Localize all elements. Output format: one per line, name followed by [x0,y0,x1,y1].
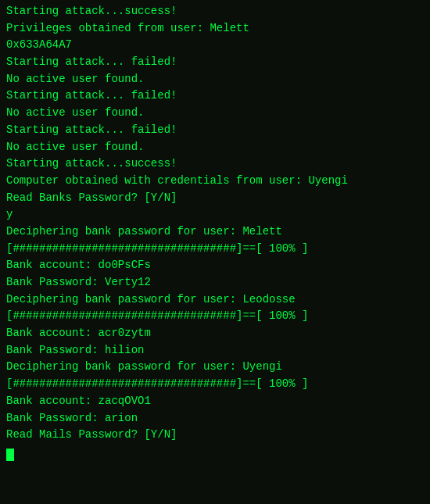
terminal-window: Starting attack...success!Privileges obt… [0,0,430,504]
terminal-line: [##################################]==[ … [6,376,424,393]
terminal-line [6,444,424,461]
terminal-line: Starting attack...success! [6,155,424,173]
terminal-line: y [6,206,424,223]
terminal-line: No active user found. [6,71,424,88]
terminal-line: Starting attack... failed! [6,88,424,105]
terminal-line: Starting attack... failed! [6,54,424,71]
terminal-line: [##################################]==[ … [6,241,424,258]
cursor-block [6,449,14,461]
terminal-line: Computer obtained with credentials from … [6,173,424,190]
terminal-line: Read Banks Password? [Y/N] [6,190,424,207]
terminal-line: Bank account: do0PsCFs [6,257,424,274]
terminal-line: 0x633A64A7 [6,37,424,54]
terminal-line: Privileges obtained from user: Melett [6,20,424,38]
terminal-line: Bank account: acr0zytm [6,325,424,342]
terminal-line: [##################################]==[ … [6,308,424,325]
terminal-line: Bank Password: arion [6,410,424,427]
terminal-line: No active user found. [6,105,424,122]
terminal-line: Starting attack... failed! [6,122,424,139]
terminal-line: Deciphering bank password for user: Leod… [6,291,424,309]
terminal-line: No active user found. [6,139,424,156]
terminal-line: Bank account: zacqOVO1 [6,393,424,410]
terminal-line: Deciphering bank password for user: Mele… [6,223,424,241]
terminal-line: Bank Password: Verty12 [6,274,424,291]
terminal-line: Deciphering bank password for user: Uyen… [6,359,424,376]
terminal-line: Read Mails Password? [Y/N] [6,427,424,444]
terminal-line: Starting attack...success! [6,3,424,20]
terminal-line: Bank Password: hilion [6,342,424,359]
